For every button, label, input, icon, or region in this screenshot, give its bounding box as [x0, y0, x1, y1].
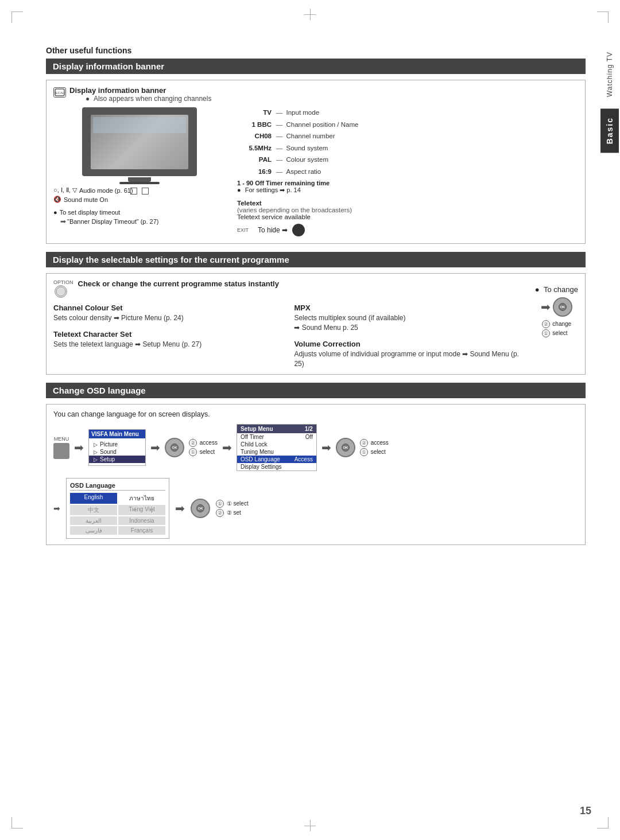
tv-diagram [82, 107, 197, 182]
lang-arabic[interactable]: العربية [70, 516, 117, 525]
menu-button[interactable]: MENU [53, 436, 69, 459]
display-info-header: Display information banner [46, 59, 586, 74]
info-row-tv: TV — Input mode [237, 107, 578, 119]
sound-mute-label: 🔇 Sound mute On [53, 196, 226, 203]
change-osd-header: Change OSD language [46, 383, 586, 398]
setup-row-tuning: Tuning Menu [237, 448, 316, 456]
double-arrow-icon: ➡ [60, 217, 66, 225]
flow-arrow-4: ➡ [321, 442, 331, 453]
setting-volume: Volume Correction Adjusts volume of indi… [294, 340, 523, 369]
tv-stand [128, 177, 151, 182]
banner-subtitle: ● Also appears when changing channels [86, 95, 211, 103]
nav-area: ➡ OK ② change ① [541, 297, 572, 337]
settings-grid: Channel Colour Set Sets colour density ➡… [53, 304, 524, 368]
menu-btn-box [53, 443, 69, 459]
setting-mpx: MPX Selects multiplex sound (if availabl… [294, 304, 523, 333]
lang-french[interactable]: Français [118, 526, 165, 535]
check-label: Check or change the current programme st… [78, 279, 279, 288]
main-menu-popup: VISFA Main Menu ▷Picture ▷Sound ▷Setup [88, 429, 146, 466]
to-hide-row: EXIT To hide ➡ [237, 224, 578, 236]
info-row-bbc: 1 BBC — Channel position / Name [237, 119, 578, 131]
option-icon [55, 285, 67, 298]
flow-arrow-1: ➡ [74, 442, 84, 453]
arrow-right-icon: ➡ [541, 301, 551, 313]
tv-left: ○, Ⅰ, Ⅱ, ▽ Audio mode (p. 61) 🔇 Sound mu… [53, 107, 226, 236]
nav-btn-1[interactable]: OK [165, 438, 184, 457]
timeout-label: ● To set display timeout [53, 209, 226, 216]
flow-arrow-3: ➡ [222, 442, 232, 453]
select-set-labels: ① ① select ② ② set [216, 500, 249, 517]
ok-nav-btn[interactable]: OK [553, 297, 572, 317]
nav-ok-label: OK [170, 444, 179, 452]
setup-row-display: Display Settings [237, 463, 316, 470]
menu-item-sound: ▷Sound [94, 448, 141, 456]
option-desc-area: OPTION Check or change the current progr… [53, 279, 524, 368]
info-row-sound: 5.5MHz — Sound system [237, 143, 578, 154]
exit-circle-btn[interactable] [292, 224, 305, 236]
option-text: OPTION [53, 279, 73, 285]
lang-english[interactable]: English [70, 493, 117, 504]
lang-farsi[interactable]: فارسى [70, 526, 117, 535]
setup-row-childlock: Child Lock [237, 441, 316, 448]
access-select-labels-2: ② access ① select [360, 439, 389, 456]
menu-item-picture: ▷Picture [94, 441, 141, 448]
display-settings-header: Display the selectable settings for the … [46, 252, 586, 267]
to-change-area: ● To change ➡ OK ② [535, 285, 578, 337]
main-menu-title: VISFA Main Menu [89, 430, 145, 438]
corner-mark-tr [597, 11, 609, 23]
bullet-icon-2: ● [53, 209, 57, 216]
flow-arrow-5: ➡ [175, 503, 185, 514]
nav-btn-2[interactable]: OK [336, 438, 355, 457]
lang-vietnamese[interactable]: Tiếng Việt [118, 505, 165, 515]
tv-area: ○, Ⅰ, Ⅱ, ▽ Audio mode (p. 61) 🔇 Sound mu… [53, 107, 578, 236]
osd-bottom-flow: ➡ OSD Language English ภาษาไทย 中文 Tiếng … [53, 478, 578, 539]
right-sidebar: Watching TV Basic [599, 46, 620, 448]
tv-screen-overlay [93, 117, 186, 133]
corner-mark-br [597, 817, 609, 829]
timer-info-line: 1 - 90 Off Timer remaining time [237, 180, 578, 186]
setup-popup-title: Setup Menu 1/2 [237, 425, 316, 433]
nav-ok-label-3: OK [196, 504, 204, 512]
info-row-ch08: CH08 — Channel number [237, 131, 578, 142]
nav-row: ➡ OK [541, 297, 572, 317]
option-row: OPTION Check or change the current progr… [53, 279, 524, 298]
timer-info: 1 - 90 Off Timer remaining time ● For se… [237, 180, 578, 194]
arrow-icon-2: ▷ [94, 449, 98, 455]
exit-label: EXIT [237, 227, 249, 233]
tv-icon-1 [130, 188, 137, 195]
tv-bottom-icons [82, 188, 197, 195]
menu-btn-label: MENU [54, 436, 69, 442]
svg-rect-4 [56, 446, 67, 456]
lang-indonesia[interactable]: Indonesia [118, 516, 165, 525]
to-hide-text: To hide ➡ [258, 226, 288, 234]
svg-point-2 [296, 227, 301, 233]
recall-icon: RECALL [53, 87, 66, 98]
access-select-labels-1: ② access ① select [189, 439, 218, 456]
arrow-icon: ▷ [94, 442, 98, 448]
display-info-section: RECALL Display information banner ● Also… [46, 80, 586, 244]
other-useful-heading: Other useful functions [46, 46, 586, 55]
osd-language-box: OSD Language English ภาษาไทย 中文 Tiếng Vi… [66, 478, 169, 539]
lang-chinese[interactable]: 中文 [70, 505, 117, 515]
lang-thai[interactable]: ภาษาไทย [118, 493, 165, 504]
flow-arrow-2: ➡ [150, 442, 160, 453]
svg-point-3 [56, 287, 65, 296]
arrow-indicator: ➡ [53, 504, 60, 513]
osd-desc: You can change language for on screen di… [53, 410, 578, 418]
page-number: 15 [580, 805, 591, 817]
change-select-labels: ② change ① select [542, 320, 572, 337]
setting-teletext-char: Teletext Character Set Sets the teletext… [53, 330, 282, 349]
info-labels: TV — Input mode 1 BBC — Channel position… [237, 107, 578, 177]
corner-mark-bl [11, 817, 23, 829]
teletext-section: Teletext (varies depending on the broadc… [237, 200, 578, 236]
tv-base [119, 182, 160, 184]
corner-mark-tl [11, 11, 23, 23]
menu-flow-1: MENU ➡ VISFA Main Menu ▷Picture ▷Sou [53, 424, 578, 471]
nav-btn-3[interactable]: OK [191, 499, 210, 518]
sidebar-basic: Basic [600, 108, 619, 153]
banner-title: Display information banner [69, 86, 211, 95]
sidebar-watching-tv: Watching TV [606, 46, 614, 103]
osd-section: You can change language for on screen di… [46, 404, 586, 545]
setting-channel-colour: Channel Colour Set Sets colour density ➡… [53, 304, 282, 323]
nav-ok-label-2: OK [342, 444, 350, 452]
